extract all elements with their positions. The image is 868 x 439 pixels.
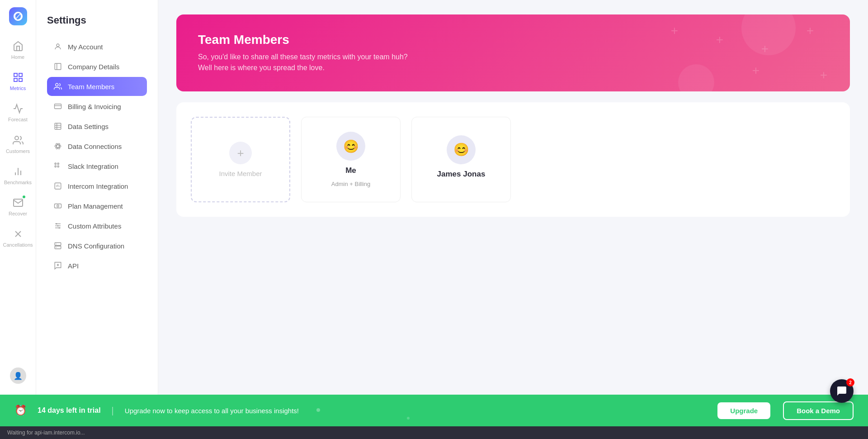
member-name-james: James Jonas — [437, 170, 486, 179]
plan-label: Plan Management — [68, 202, 123, 210]
data-settings-icon — [53, 122, 62, 131]
banner-divider: | — [112, 406, 114, 416]
svg-point-32 — [57, 205, 59, 207]
my-account-label: My Account — [68, 43, 103, 51]
sidebar-item-home[interactable]: Home — [3, 36, 33, 64]
settings-sidebar: Settings My Account Company Details Team… — [36, 0, 158, 395]
svg-rect-40 — [55, 246, 61, 249]
member-name-me: Me — [345, 166, 356, 175]
settings-menu-company-details[interactable]: Company Details — [47, 57, 147, 76]
svg-rect-25 — [55, 166, 56, 167]
deco-plus-5: + — [752, 63, 760, 78]
data-connections-label: Data Connections — [68, 143, 122, 150]
svg-rect-0 — [14, 73, 17, 76]
deco-plus-4: + — [716, 33, 723, 47]
building-icon — [53, 62, 62, 71]
benchmarks-icon — [12, 165, 24, 178]
metrics-label: Metrics — [10, 86, 26, 91]
svg-point-13 — [56, 83, 58, 86]
settings-menu-team-members[interactable]: Team Members — [47, 77, 147, 96]
upgrade-button[interactable]: Upgrade — [717, 402, 770, 419]
svg-rect-11 — [55, 63, 61, 70]
sidebar-item-metrics[interactable]: Metrics — [3, 67, 33, 95]
member-card-james[interactable]: 😊 James Jonas — [411, 117, 511, 202]
attributes-icon — [53, 221, 62, 230]
team-icon — [53, 82, 62, 91]
slack-label: Slack Integration — [68, 162, 118, 170]
custom-attributes-label: Custom Attributes — [68, 222, 121, 230]
team-members-banner: + + + + + + Team Members So, you'd like … — [176, 14, 850, 91]
member-role-me: Admin + Billing — [331, 181, 370, 187]
main-content: + + + + + + Team Members So, you'd like … — [158, 0, 868, 395]
svg-rect-26 — [57, 166, 59, 167]
sidebar-item-user-avatar[interactable]: 👤 — [3, 364, 33, 387]
avatar-james: 😊 — [447, 135, 476, 164]
benchmarks-label: Benchmarks — [4, 180, 32, 186]
svg-rect-23 — [55, 163, 56, 164]
api-icon — [53, 261, 62, 270]
settings-menu-api[interactable]: API — [47, 256, 147, 275]
sidebar-item-recover[interactable]: Recover — [3, 193, 33, 220]
svg-point-43 — [57, 264, 59, 266]
chat-button[interactable]: 2 — [830, 379, 854, 403]
svg-point-37 — [57, 225, 59, 227]
intercom-label: Intercom Integration — [68, 182, 128, 190]
settings-menu-slack[interactable]: Slack Integration — [47, 157, 147, 176]
chat-badge: 2 — [846, 378, 854, 387]
home-label: Home — [11, 54, 24, 60]
settings-menu-billing[interactable]: Billing & Invoicing — [47, 97, 147, 116]
team-members-heading: Team Members — [198, 33, 828, 47]
deco-plus-6: + — [671, 24, 678, 38]
settings-menu-custom-attributes[interactable]: Custom Attributes — [47, 216, 147, 235]
invite-member-card[interactable]: + Invite Member — [191, 117, 290, 202]
sidebar-item-cancellations[interactable]: Cancellations — [3, 224, 33, 252]
svg-rect-16 — [55, 123, 61, 129]
team-members-label: Team Members — [68, 83, 114, 91]
forecast-label: Forecast — [8, 117, 28, 123]
company-details-label: Company Details — [68, 63, 119, 71]
avatar-me: 😊 — [336, 132, 365, 161]
recover-label: Recover — [9, 211, 27, 217]
svg-point-4 — [15, 136, 19, 140]
clock-icon: ⏰ — [14, 405, 27, 416]
svg-rect-31 — [55, 204, 61, 208]
book-demo-button[interactable]: Book a Demo — [783, 401, 854, 420]
svg-rect-3 — [14, 78, 17, 81]
status-bar: Waiting for api-iam.intercom.io... — [0, 426, 868, 439]
app-logo[interactable] — [9, 7, 27, 25]
customers-label: Customers — [6, 148, 30, 154]
settings-menu-my-account[interactable]: My Account — [47, 37, 147, 56]
sidebar-nav: Home Metrics Forecast Customers Benchmar — [0, 0, 36, 395]
svg-rect-24 — [57, 163, 59, 164]
settings-menu-intercom[interactable]: Intercom Integration — [47, 177, 147, 196]
invite-label: Invite Member — [219, 170, 262, 177]
trial-days-text: 14 days left in trial — [38, 406, 101, 415]
svg-point-10 — [57, 44, 59, 47]
member-card-me[interactable]: 😊 Me Admin + Billing — [301, 117, 401, 202]
cancellations-label: Cancellations — [3, 242, 33, 248]
svg-point-38 — [59, 227, 60, 229]
deco-plus-1: + — [807, 24, 814, 38]
cancellations-icon — [12, 228, 24, 240]
status-text: Waiting for api-iam.intercom.io... — [7, 429, 85, 436]
connections-icon — [53, 142, 62, 151]
settings-menu-data-settings[interactable]: Data Settings — [47, 117, 147, 136]
billing-label: Billing & Invoicing — [68, 103, 121, 110]
sidebar-item-benchmarks[interactable]: Benchmarks — [3, 162, 33, 189]
intercom-icon — [53, 181, 62, 191]
settings-menu-data-connections[interactable]: Data Connections — [47, 137, 147, 156]
svg-point-41 — [56, 244, 57, 245]
plan-icon — [53, 201, 62, 210]
slack-icon — [53, 162, 62, 171]
settings-menu-plan[interactable]: Plan Management — [47, 196, 147, 215]
invite-plus-icon: + — [229, 142, 252, 164]
settings-menu-dns[interactable]: DNS Configuration — [47, 236, 147, 255]
sidebar-item-forecast[interactable]: Forecast — [3, 99, 33, 126]
forecast-icon — [12, 102, 24, 115]
sidebar-item-customers[interactable]: Customers — [3, 130, 33, 158]
svg-rect-14 — [55, 104, 61, 109]
deco-plus-3: + — [820, 68, 827, 82]
main-layout: Home Metrics Forecast Customers Benchmar — [0, 0, 868, 395]
svg-point-42 — [56, 247, 57, 248]
svg-rect-39 — [55, 243, 61, 245]
